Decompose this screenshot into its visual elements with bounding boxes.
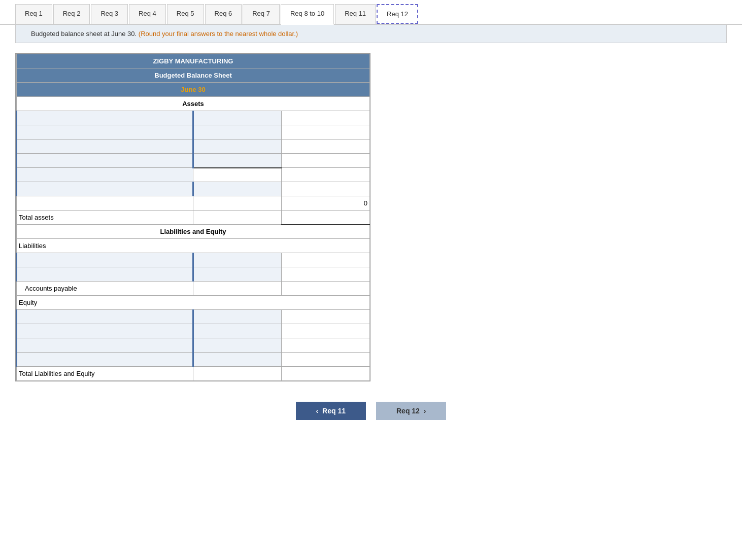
liability-mid-input-1[interactable] (196, 256, 279, 264)
equity-label-3[interactable] (17, 338, 193, 353)
asset-label-input-4[interactable] (19, 157, 190, 164)
asset-right-input-4[interactable] (284, 157, 367, 164)
equity-mid-4[interactable] (193, 353, 282, 367)
equity-mid-input-1[interactable] (196, 313, 279, 321)
tab-req4[interactable]: Req 4 (129, 4, 166, 24)
equity-mid-input-4[interactable] (196, 356, 279, 363)
accounts-payable-mid[interactable] (193, 282, 282, 296)
accounts-payable-right-input[interactable] (284, 285, 367, 292)
tab-req11[interactable]: Req 11 (335, 4, 376, 24)
equity-right-input-4[interactable] (284, 356, 367, 363)
asset-mid-input-4[interactable] (196, 157, 279, 164)
asset-label-input-7[interactable] (19, 199, 191, 207)
asset-label-2[interactable] (17, 125, 193, 139)
total-assets-mid-input[interactable] (195, 214, 279, 221)
asset-mid-input-2[interactable] (196, 128, 279, 136)
tab-req3[interactable]: Req 3 (91, 4, 128, 24)
tab-req6[interactable]: Req 6 (205, 4, 242, 24)
liability-label-1[interactable] (17, 253, 193, 267)
asset-right-6[interactable] (282, 182, 370, 196)
asset-mid-4[interactable] (193, 154, 282, 168)
asset-label-6[interactable] (17, 182, 193, 196)
asset-right-1[interactable] (282, 111, 370, 125)
tab-req5[interactable]: Req 5 (167, 4, 204, 24)
asset-right-3[interactable] (282, 139, 370, 154)
asset-mid-input-7[interactable] (195, 199, 279, 207)
asset-mid-6[interactable] (193, 182, 282, 196)
asset-label-4[interactable] (17, 154, 193, 168)
equity-right-3[interactable] (282, 338, 370, 353)
asset-label-7[interactable] (17, 196, 193, 211)
asset-right-input-5[interactable] (284, 171, 367, 179)
prev-button[interactable]: ‹ Req 11 (296, 402, 366, 420)
total-liabilities-equity-value-input[interactable] (284, 370, 367, 377)
asset-mid-input-5[interactable] (195, 171, 279, 179)
asset-right-input-6[interactable] (284, 185, 367, 193)
equity-right-2[interactable] (282, 324, 370, 338)
asset-right-2[interactable] (282, 125, 370, 139)
liability-mid-2[interactable] (193, 267, 282, 282)
asset-mid-input-3[interactable] (196, 143, 279, 150)
next-button[interactable]: Req 12 › (376, 402, 446, 420)
tab-req8to10[interactable]: Req 8 to 10 (281, 4, 334, 25)
tab-req2[interactable]: Req 2 (53, 4, 90, 24)
equity-mid-3[interactable] (193, 338, 282, 353)
asset-label-input-6[interactable] (19, 185, 190, 193)
liability-mid-1[interactable] (193, 253, 282, 267)
equity-mid-2[interactable] (193, 324, 282, 338)
liability-right-input-2[interactable] (284, 270, 367, 278)
total-liabilities-equity-mid[interactable] (193, 367, 282, 381)
accounts-payable-mid-input[interactable] (195, 285, 279, 292)
asset-mid-input-1[interactable] (196, 114, 279, 122)
equity-mid-input-2[interactable] (196, 327, 279, 335)
asset-label-5[interactable] (17, 168, 193, 182)
equity-right-1[interactable] (282, 310, 370, 324)
liability-mid-input-2[interactable] (196, 270, 279, 278)
asset-mid-2[interactable] (193, 125, 282, 139)
asset-right-input-3[interactable] (284, 143, 367, 150)
asset-mid-input-6[interactable] (196, 185, 279, 193)
asset-right-4[interactable] (282, 154, 370, 168)
equity-right-input-3[interactable] (284, 341, 367, 349)
asset-label-input-3[interactable] (19, 143, 190, 150)
equity-right-input-2[interactable] (284, 327, 367, 335)
asset-label-3[interactable] (17, 139, 193, 154)
asset-right-input-2[interactable] (284, 128, 367, 136)
liability-label-2[interactable] (17, 267, 193, 282)
asset-label-input-5[interactable] (19, 171, 191, 179)
equity-label-4[interactable] (17, 353, 193, 367)
total-assets-mid[interactable] (193, 211, 282, 225)
accounts-payable-right[interactable] (282, 282, 370, 296)
liability-right-2[interactable] (282, 267, 370, 282)
liability-right-1[interactable] (282, 253, 370, 267)
tab-req7[interactable]: Req 7 (243, 4, 280, 24)
asset-right-5[interactable] (282, 168, 370, 182)
asset-mid-5[interactable] (193, 168, 282, 182)
asset-mid-7[interactable] (193, 196, 282, 211)
asset-label-input-1[interactable] (19, 114, 190, 122)
equity-mid-1[interactable] (193, 310, 282, 324)
asset-mid-1[interactable] (193, 111, 282, 125)
asset-mid-3[interactable] (193, 139, 282, 154)
total-liabilities-equity-mid-input[interactable] (195, 370, 279, 377)
equity-mid-input-3[interactable] (196, 341, 279, 349)
equity-right-4[interactable] (282, 353, 370, 367)
liability-right-input-1[interactable] (284, 256, 367, 264)
liability-label-input-2[interactable] (19, 270, 190, 278)
equity-label-1[interactable] (17, 310, 193, 324)
total-assets-value[interactable] (282, 211, 370, 225)
total-liabilities-equity-value[interactable] (282, 367, 370, 381)
equity-label-2[interactable] (17, 324, 193, 338)
asset-right-input-1[interactable] (284, 114, 367, 122)
equity-label-input-2[interactable] (19, 327, 190, 335)
liability-label-input-1[interactable] (19, 256, 190, 264)
asset-label-1[interactable] (17, 111, 193, 125)
equity-label-input-3[interactable] (19, 341, 190, 349)
equity-label-input-1[interactable] (19, 313, 190, 321)
tab-req12[interactable]: Req 12 (377, 4, 418, 24)
asset-label-input-2[interactable] (19, 128, 190, 136)
total-assets-value-input[interactable] (284, 214, 367, 221)
equity-right-input-1[interactable] (284, 313, 367, 321)
equity-label-input-4[interactable] (19, 356, 190, 363)
tab-req1[interactable]: Req 1 (15, 4, 52, 24)
